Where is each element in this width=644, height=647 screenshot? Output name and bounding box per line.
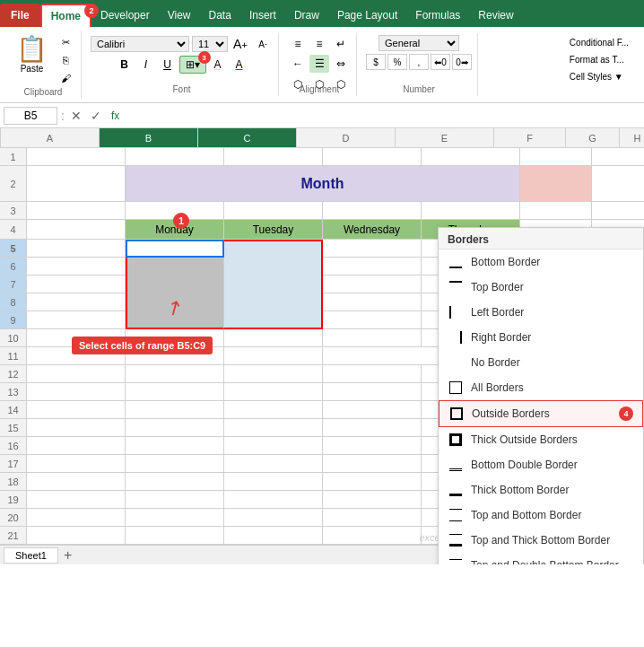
italic-button[interactable]: I (136, 56, 156, 74)
cell-reference-input[interactable]: B5 (4, 107, 57, 125)
row-header-10[interactable]: 10 (0, 329, 26, 347)
increase-font-button[interactable]: A+ (231, 35, 250, 53)
decrease-decimal-button[interactable]: ⬅0 (431, 54, 450, 70)
row-header-7[interactable]: 7 (0, 275, 26, 293)
col-header-f[interactable]: F (494, 128, 566, 147)
cell-b5[interactable] (126, 240, 224, 258)
formula-input[interactable] (126, 108, 640, 124)
cell-d9[interactable] (323, 311, 422, 329)
sheet1-tab[interactable]: Sheet1 (4, 547, 58, 564)
cell-c7[interactable] (224, 275, 323, 293)
increase-decimal-button[interactable]: 0➡ (452, 54, 472, 70)
paste-button[interactable]: 📋 Paste (11, 32, 53, 75)
row-header-9[interactable]: 9 (0, 311, 26, 329)
cell-d3[interactable] (323, 202, 422, 220)
row-header-18[interactable]: 18 (0, 473, 26, 491)
copy-button[interactable]: ⎘ (56, 52, 75, 68)
row-header-12[interactable]: 12 (0, 365, 26, 383)
add-sheet-button[interactable]: + (64, 547, 72, 564)
formula-cancel-button[interactable]: ✕ (68, 109, 84, 123)
cell-b2-month[interactable]: Month (126, 166, 520, 201)
format-as-table-button[interactable]: Format as T... (565, 52, 629, 67)
font-size-select[interactable]: 11 (192, 36, 228, 52)
row-header-5[interactable]: 5 (0, 240, 26, 258)
cell-c10[interactable] (224, 329, 323, 347)
row-header-8[interactable]: 8 (0, 293, 26, 311)
wrap-text-button[interactable]: ↵ (331, 35, 351, 53)
cell-d6[interactable] (323, 258, 422, 275)
cell-g2[interactable] (592, 166, 644, 201)
borders-button[interactable]: ⊞▾ 3 (179, 56, 206, 74)
underline-button[interactable]: U (158, 56, 178, 74)
cell-c4-tuesday[interactable]: Tuesday (224, 220, 323, 239)
cell-b7[interactable] (126, 275, 224, 293)
font-color-button[interactable]: A (230, 56, 249, 74)
cell-e3[interactable] (422, 202, 520, 220)
cell-c6[interactable] (224, 258, 323, 275)
cell-a4[interactable] (27, 220, 126, 239)
thick-bottom-border-item[interactable]: Thick Bottom Border (439, 477, 643, 503)
cell-f3[interactable] (520, 202, 592, 220)
merge-center-button[interactable]: ⇔ (331, 55, 351, 73)
row-header-20[interactable]: 20 (0, 509, 26, 527)
cell-d1[interactable] (323, 148, 422, 166)
cell-a8[interactable] (27, 293, 126, 311)
col-header-b[interactable]: B (100, 128, 198, 147)
cell-a3[interactable] (27, 202, 126, 220)
cell-a1[interactable] (27, 148, 126, 166)
right-border-item[interactable]: Right Border (439, 325, 643, 350)
number-format-select[interactable]: General (379, 35, 459, 51)
fill-color-button[interactable]: A (208, 56, 228, 74)
cell-b1[interactable] (126, 148, 224, 166)
cell-f1[interactable] (520, 148, 592, 166)
tab-file[interactable]: File (0, 4, 40, 27)
row-header-2[interactable]: 2 (0, 166, 26, 202)
align-top-left-button[interactable]: ≡ (288, 35, 308, 53)
cell-d10[interactable] (323, 329, 422, 347)
cell-c11[interactable] (224, 347, 323, 365)
align-indent-button[interactable]: ← (288, 55, 308, 73)
row-header-16[interactable]: 16 (0, 437, 26, 455)
align-top-center-button[interactable]: ≡ (309, 35, 329, 53)
row-header-3[interactable]: 3 (0, 202, 26, 220)
col-header-a[interactable]: A (1, 128, 100, 147)
row-header-15[interactable]: 15 (0, 419, 26, 437)
cell-g1[interactable] (592, 148, 644, 166)
col-header-g[interactable]: G (566, 128, 620, 147)
format-painter-button[interactable]: 🖌 (56, 70, 75, 86)
comma-button[interactable]: , (409, 54, 429, 70)
decrease-font-button[interactable]: A- (253, 35, 273, 53)
all-borders-item[interactable]: All Borders (439, 375, 643, 400)
col-header-c[interactable]: C (198, 128, 297, 147)
col-header-e[interactable]: E (396, 128, 494, 147)
cell-a6[interactable] (27, 258, 126, 275)
row-header-11[interactable]: 11 (0, 347, 26, 365)
row-header-21[interactable]: 21 (0, 527, 26, 545)
top-border-item[interactable]: Top Border (439, 275, 643, 300)
cell-c8[interactable] (224, 293, 323, 311)
font-name-select[interactable]: Calibri (91, 36, 189, 52)
left-border-item[interactable]: Left Border (439, 300, 643, 325)
cell-styles-button[interactable]: Cell Styles ▼ (565, 69, 628, 84)
top-double-bottom-border-item[interactable]: Top and Double Bottom Border (439, 553, 643, 564)
row-header-6[interactable]: 6 (0, 258, 26, 275)
cell-d4-wednesday[interactable]: Wednesday (323, 220, 422, 239)
row-header-13[interactable]: 13 (0, 383, 26, 401)
cut-button[interactable]: ✂ (56, 34, 75, 50)
percent-button[interactable]: % (387, 54, 407, 70)
tab-developer[interactable]: Developer (91, 4, 159, 27)
row-header-19[interactable]: 19 (0, 491, 26, 509)
row-header-17[interactable]: 17 (0, 455, 26, 473)
tab-home[interactable]: Home 2 (40, 4, 91, 27)
tab-draw[interactable]: Draw (285, 4, 328, 27)
tab-view[interactable]: View (159, 4, 200, 27)
top-bottom-border-item[interactable]: Top and Bottom Border (439, 503, 643, 528)
no-border-item[interactable]: No Border (439, 350, 643, 375)
cell-a5[interactable] (27, 240, 126, 258)
bottom-border-item[interactable]: Bottom Border (439, 249, 643, 275)
currency-button[interactable]: $ (366, 54, 386, 70)
bottom-double-border-item[interactable]: Bottom Double Border (439, 452, 643, 477)
cell-d7[interactable] (323, 275, 422, 293)
row-header-1[interactable]: 1 (0, 148, 26, 166)
tab-page-layout[interactable]: Page Layout (328, 4, 406, 27)
